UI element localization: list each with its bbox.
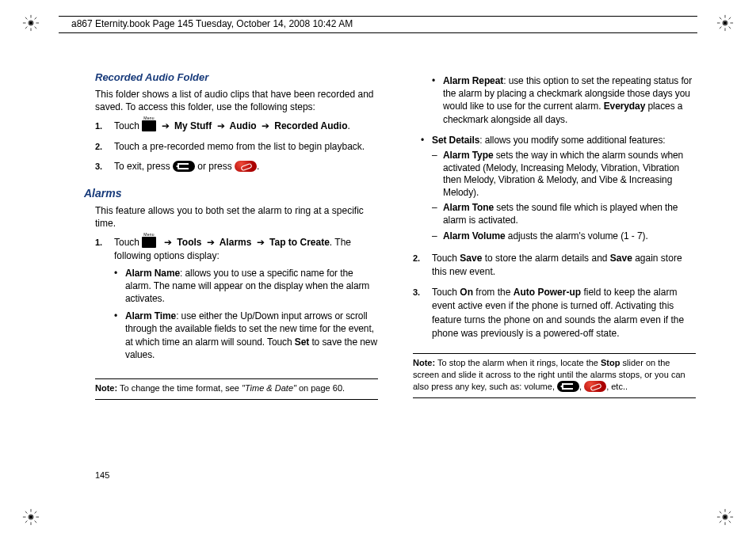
crop-mark-icon bbox=[716, 508, 734, 526]
step-2: 2.Touch a pre-recorded memo from the lis… bbox=[95, 140, 378, 160]
bullet-alarm-name: Alarm Name: allows you to use a specific… bbox=[114, 267, 378, 310]
dash-alarm-volume: Alarm Volume adjusts the alarm's volume … bbox=[432, 230, 696, 246]
bullet-alarm-time: Alarm Time: use either the Up/Down input… bbox=[114, 310, 378, 366]
note-time-date: Note: To change the time format, see "Ti… bbox=[95, 382, 378, 394]
recorded-audio-intro: This folder shows a list of audio clips … bbox=[95, 88, 378, 113]
book-header: a867 Eternity.book Page 145 Tuesday, Oct… bbox=[60, 16, 696, 33]
crop-mark-icon bbox=[22, 508, 40, 526]
end-key-icon bbox=[235, 161, 257, 172]
step-3: 3. To exit, press or press . bbox=[95, 160, 378, 180]
right-step-3: 3. Touch On from the Auto Power-up field… bbox=[413, 286, 696, 348]
end-key-icon bbox=[584, 381, 606, 392]
rule bbox=[413, 353, 696, 354]
bullet-alarm-repeat: Alarm Repeat: use this option to set the… bbox=[432, 74, 696, 131]
heading-recorded-audio: Recorded Audio Folder bbox=[95, 71, 378, 83]
page-number: 145 bbox=[95, 470, 109, 480]
menu-icon bbox=[142, 237, 156, 248]
dash-alarm-tone: Alarm Tone sets the sound file which is … bbox=[432, 202, 696, 230]
crop-mark-icon bbox=[716, 14, 734, 32]
note-stop-alarm: Note: To stop the alarm when it rings, l… bbox=[413, 357, 696, 393]
right-column: Alarm Repeat: use this option to set the… bbox=[413, 71, 696, 403]
right-step-2: 2. Touch Save to store the alarm details… bbox=[413, 252, 696, 286]
back-key-icon bbox=[173, 161, 195, 172]
left-column: Recorded Audio Folder This folder shows … bbox=[95, 71, 378, 403]
book-header-text: a867 Eternity.book Page 145 Tuesday, Oct… bbox=[71, 18, 353, 29]
rule bbox=[413, 397, 696, 398]
step-1: 1. Touch ➔ My Stuff ➔ Audio ➔ Recorded A… bbox=[95, 120, 378, 139]
rule bbox=[95, 399, 378, 400]
back-key-icon bbox=[557, 381, 579, 392]
bullet-set-details: Set Details: allows you modify some addi… bbox=[421, 134, 696, 250]
alarm-step-1: 1. Touch ➔ Tools ➔ Alarms ➔ Tap to Creat… bbox=[95, 236, 378, 372]
dash-alarm-type: Alarm Type sets the way in which the ala… bbox=[432, 150, 696, 202]
menu-icon bbox=[142, 120, 156, 131]
heading-alarms: Alarms bbox=[84, 187, 378, 200]
rule bbox=[95, 378, 378, 379]
crop-mark-icon bbox=[22, 14, 40, 32]
alarms-intro: This feature allows you to both set the … bbox=[95, 204, 378, 230]
